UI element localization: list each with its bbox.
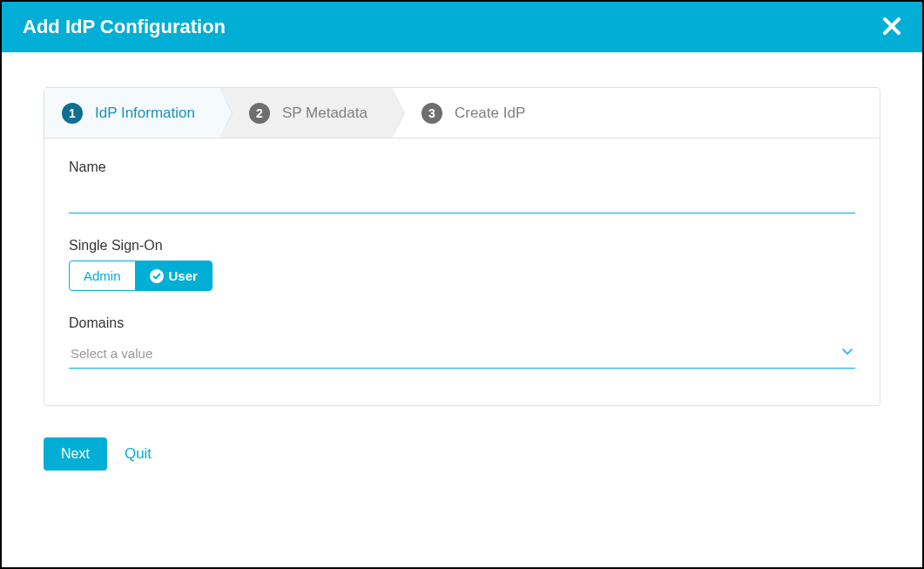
wizard-stepper: 1 IdP Information 2 SP Metadata 3 Create… [44,88,880,139]
sso-label: Single Sign-On [69,238,855,254]
wizard-panel: 1 IdP Information 2 SP Metadata 3 Create… [44,87,880,406]
next-button[interactable]: Next [44,437,107,471]
dialog-title: Add IdP Configuration [23,16,226,38]
form-group-name: Name [69,159,855,213]
sso-toggle-group: Admin User [69,261,212,291]
step-label: SP Metadata [282,105,368,122]
form-group-sso: Single Sign-On Admin User [69,238,855,291]
select-placeholder: Select a value [71,346,152,361]
form-group-domains: Domains Select a value [69,315,855,369]
step-create-idp[interactable]: 3 Create IdP [392,88,550,138]
step-number: 1 [62,103,83,124]
domains-label: Domains [69,315,855,331]
name-input[interactable] [69,182,855,213]
step-idp-information[interactable]: 1 IdP Information [44,88,219,138]
dialog-content: 1 IdP Information 2 SP Metadata 3 Create… [2,52,922,427]
step-label: Create IdP [455,105,525,122]
toggle-label: User [169,268,198,283]
sso-option-user[interactable]: User [135,261,212,291]
step-label: IdP Information [95,105,195,122]
step-sp-metadata[interactable]: 2 SP Metadata [219,88,392,138]
name-label: Name [69,159,855,175]
domains-select[interactable]: Select a value [69,338,855,369]
check-circle-icon [150,269,164,283]
step-number: 3 [422,103,442,124]
dialog-footer: Next Quit [2,427,922,488]
close-icon[interactable] [882,14,901,40]
form-body: Name Single Sign-On Admin User [44,139,880,405]
step-number: 2 [249,103,270,124]
sso-option-admin[interactable]: Admin [69,261,135,291]
toggle-label: Admin [84,268,121,283]
chevron-down-icon [841,345,853,361]
quit-button[interactable]: Quit [125,445,152,463]
dialog-header: Add IdP Configuration [2,2,922,52]
